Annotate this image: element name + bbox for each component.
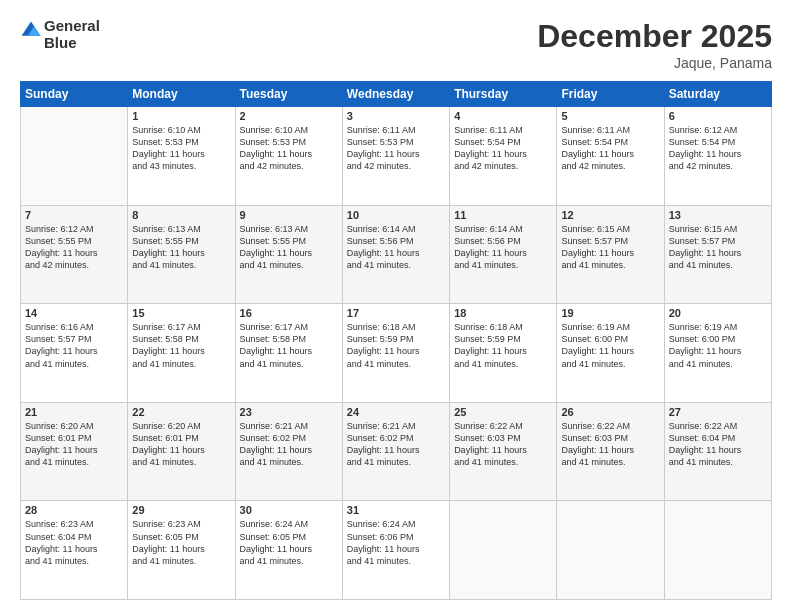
day-number: 4 — [454, 110, 552, 122]
calendar-cell: 25Sunrise: 6:22 AM Sunset: 6:03 PM Dayli… — [450, 402, 557, 501]
cell-info: Sunrise: 6:23 AM Sunset: 6:04 PM Dayligh… — [25, 518, 123, 567]
day-number: 8 — [132, 209, 230, 221]
day-number: 5 — [561, 110, 659, 122]
day-number: 14 — [25, 307, 123, 319]
header: General Blue December 2025 Jaque, Panama — [20, 18, 772, 71]
calendar-cell: 7Sunrise: 6:12 AM Sunset: 5:55 PM Daylig… — [21, 205, 128, 304]
day-number: 26 — [561, 406, 659, 418]
cell-info: Sunrise: 6:21 AM Sunset: 6:02 PM Dayligh… — [347, 420, 445, 469]
calendar-cell — [557, 501, 664, 600]
day-number: 13 — [669, 209, 767, 221]
calendar-body: 1Sunrise: 6:10 AM Sunset: 5:53 PM Daylig… — [21, 107, 772, 600]
calendar-week-2: 7Sunrise: 6:12 AM Sunset: 5:55 PM Daylig… — [21, 205, 772, 304]
subtitle: Jaque, Panama — [537, 55, 772, 71]
day-number: 12 — [561, 209, 659, 221]
calendar-cell: 2Sunrise: 6:10 AM Sunset: 5:53 PM Daylig… — [235, 107, 342, 206]
cell-info: Sunrise: 6:11 AM Sunset: 5:54 PM Dayligh… — [561, 124, 659, 173]
calendar-cell: 12Sunrise: 6:15 AM Sunset: 5:57 PM Dayli… — [557, 205, 664, 304]
page: General Blue December 2025 Jaque, Panama… — [0, 0, 792, 612]
calendar-cell: 1Sunrise: 6:10 AM Sunset: 5:53 PM Daylig… — [128, 107, 235, 206]
calendar-cell: 30Sunrise: 6:24 AM Sunset: 6:05 PM Dayli… — [235, 501, 342, 600]
cell-info: Sunrise: 6:19 AM Sunset: 6:00 PM Dayligh… — [669, 321, 767, 370]
calendar-cell: 20Sunrise: 6:19 AM Sunset: 6:00 PM Dayli… — [664, 304, 771, 403]
cell-info: Sunrise: 6:17 AM Sunset: 5:58 PM Dayligh… — [240, 321, 338, 370]
cell-info: Sunrise: 6:16 AM Sunset: 5:57 PM Dayligh… — [25, 321, 123, 370]
cell-info: Sunrise: 6:10 AM Sunset: 5:53 PM Dayligh… — [132, 124, 230, 173]
day-number: 6 — [669, 110, 767, 122]
calendar-cell: 27Sunrise: 6:22 AM Sunset: 6:04 PM Dayli… — [664, 402, 771, 501]
cell-info: Sunrise: 6:22 AM Sunset: 6:03 PM Dayligh… — [454, 420, 552, 469]
day-number: 7 — [25, 209, 123, 221]
logo-icon — [20, 20, 42, 42]
calendar-week-5: 28Sunrise: 6:23 AM Sunset: 6:04 PM Dayli… — [21, 501, 772, 600]
calendar-cell: 5Sunrise: 6:11 AM Sunset: 5:54 PM Daylig… — [557, 107, 664, 206]
day-number: 27 — [669, 406, 767, 418]
logo-text-blue: Blue — [44, 35, 100, 52]
calendar-cell — [664, 501, 771, 600]
calendar-cell: 18Sunrise: 6:18 AM Sunset: 5:59 PM Dayli… — [450, 304, 557, 403]
col-wednesday: Wednesday — [342, 82, 449, 107]
cell-info: Sunrise: 6:22 AM Sunset: 6:03 PM Dayligh… — [561, 420, 659, 469]
calendar-cell: 22Sunrise: 6:20 AM Sunset: 6:01 PM Dayli… — [128, 402, 235, 501]
calendar-header-row: Sunday Monday Tuesday Wednesday Thursday… — [21, 82, 772, 107]
calendar-cell: 31Sunrise: 6:24 AM Sunset: 6:06 PM Dayli… — [342, 501, 449, 600]
calendar-cell: 14Sunrise: 6:16 AM Sunset: 5:57 PM Dayli… — [21, 304, 128, 403]
cell-info: Sunrise: 6:24 AM Sunset: 6:06 PM Dayligh… — [347, 518, 445, 567]
cell-info: Sunrise: 6:21 AM Sunset: 6:02 PM Dayligh… — [240, 420, 338, 469]
col-monday: Monday — [128, 82, 235, 107]
calendar-cell: 15Sunrise: 6:17 AM Sunset: 5:58 PM Dayli… — [128, 304, 235, 403]
day-number: 15 — [132, 307, 230, 319]
day-number: 24 — [347, 406, 445, 418]
cell-info: Sunrise: 6:11 AM Sunset: 5:53 PM Dayligh… — [347, 124, 445, 173]
calendar-cell: 3Sunrise: 6:11 AM Sunset: 5:53 PM Daylig… — [342, 107, 449, 206]
cell-info: Sunrise: 6:14 AM Sunset: 5:56 PM Dayligh… — [454, 223, 552, 272]
calendar-cell: 4Sunrise: 6:11 AM Sunset: 5:54 PM Daylig… — [450, 107, 557, 206]
day-number: 28 — [25, 504, 123, 516]
cell-info: Sunrise: 6:12 AM Sunset: 5:55 PM Dayligh… — [25, 223, 123, 272]
day-number: 3 — [347, 110, 445, 122]
calendar-week-4: 21Sunrise: 6:20 AM Sunset: 6:01 PM Dayli… — [21, 402, 772, 501]
calendar-cell: 10Sunrise: 6:14 AM Sunset: 5:56 PM Dayli… — [342, 205, 449, 304]
calendar-cell: 8Sunrise: 6:13 AM Sunset: 5:55 PM Daylig… — [128, 205, 235, 304]
day-number: 2 — [240, 110, 338, 122]
calendar-cell: 6Sunrise: 6:12 AM Sunset: 5:54 PM Daylig… — [664, 107, 771, 206]
col-friday: Friday — [557, 82, 664, 107]
calendar-cell: 19Sunrise: 6:19 AM Sunset: 6:00 PM Dayli… — [557, 304, 664, 403]
cell-info: Sunrise: 6:14 AM Sunset: 5:56 PM Dayligh… — [347, 223, 445, 272]
title-block: December 2025 Jaque, Panama — [537, 18, 772, 71]
day-number: 30 — [240, 504, 338, 516]
day-number: 22 — [132, 406, 230, 418]
calendar-table: Sunday Monday Tuesday Wednesday Thursday… — [20, 81, 772, 600]
day-number: 25 — [454, 406, 552, 418]
cell-info: Sunrise: 6:13 AM Sunset: 5:55 PM Dayligh… — [132, 223, 230, 272]
col-saturday: Saturday — [664, 82, 771, 107]
month-title: December 2025 — [537, 18, 772, 55]
logo-text-general: General — [44, 18, 100, 35]
cell-info: Sunrise: 6:15 AM Sunset: 5:57 PM Dayligh… — [669, 223, 767, 272]
day-number: 31 — [347, 504, 445, 516]
cell-info: Sunrise: 6:23 AM Sunset: 6:05 PM Dayligh… — [132, 518, 230, 567]
day-number: 19 — [561, 307, 659, 319]
cell-info: Sunrise: 6:12 AM Sunset: 5:54 PM Dayligh… — [669, 124, 767, 173]
cell-info: Sunrise: 6:11 AM Sunset: 5:54 PM Dayligh… — [454, 124, 552, 173]
calendar-cell: 21Sunrise: 6:20 AM Sunset: 6:01 PM Dayli… — [21, 402, 128, 501]
calendar-cell — [450, 501, 557, 600]
day-number: 23 — [240, 406, 338, 418]
day-number: 11 — [454, 209, 552, 221]
logo: General Blue — [20, 18, 100, 51]
calendar-week-3: 14Sunrise: 6:16 AM Sunset: 5:57 PM Dayli… — [21, 304, 772, 403]
calendar-cell: 26Sunrise: 6:22 AM Sunset: 6:03 PM Dayli… — [557, 402, 664, 501]
day-number: 29 — [132, 504, 230, 516]
day-number: 20 — [669, 307, 767, 319]
day-number: 1 — [132, 110, 230, 122]
col-thursday: Thursday — [450, 82, 557, 107]
cell-info: Sunrise: 6:13 AM Sunset: 5:55 PM Dayligh… — [240, 223, 338, 272]
cell-info: Sunrise: 6:20 AM Sunset: 6:01 PM Dayligh… — [25, 420, 123, 469]
calendar-cell: 9Sunrise: 6:13 AM Sunset: 5:55 PM Daylig… — [235, 205, 342, 304]
day-number: 21 — [25, 406, 123, 418]
day-number: 10 — [347, 209, 445, 221]
calendar-cell — [21, 107, 128, 206]
calendar-cell: 17Sunrise: 6:18 AM Sunset: 5:59 PM Dayli… — [342, 304, 449, 403]
day-number: 17 — [347, 307, 445, 319]
calendar-cell: 13Sunrise: 6:15 AM Sunset: 5:57 PM Dayli… — [664, 205, 771, 304]
